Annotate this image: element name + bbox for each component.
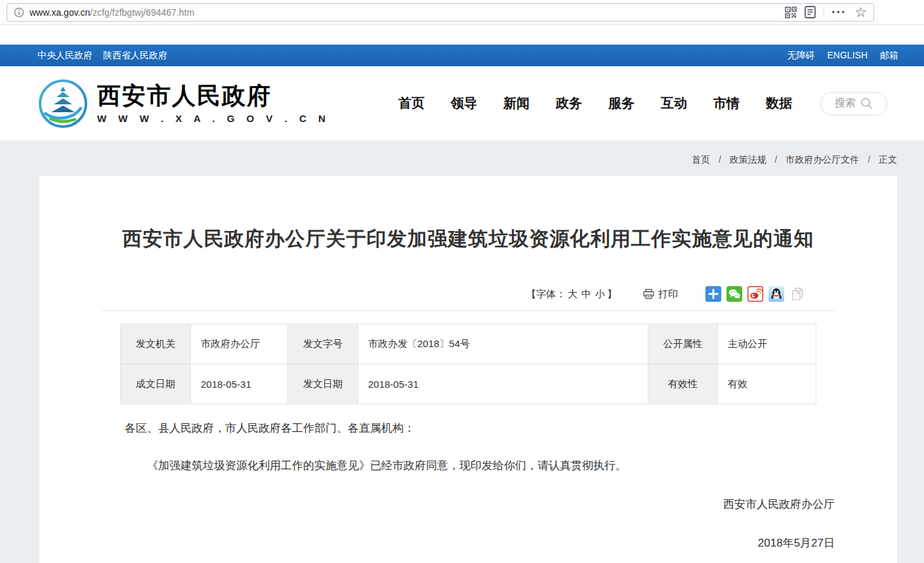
url-host: www.xa.gov.cn (30, 7, 90, 18)
address-bar-separator (824, 7, 824, 18)
url-text: www.xa.gov.cn/zcfg/fzfbgtwj/694467.htm (30, 7, 194, 18)
nav-item-affairs[interactable]: 政务 (556, 94, 582, 112)
site-header: 西安市人民政府 W W W . X A . G O V . C N 首页 领导 … (0, 66, 924, 140)
topbar-link-mailbox[interactable]: 邮箱 (880, 50, 898, 62)
page-background: 首页 / 政策法规 / 市政府办公厅文件 / 正文 西安市人民政府办公厅关于印发… (0, 140, 924, 563)
font-label-suffix: 】 (607, 288, 617, 299)
print-button[interactable]: 打印 (643, 288, 678, 301)
meta-value: 2018-05-31 (358, 364, 648, 404)
nav-item-leaders[interactable]: 领导 (451, 94, 477, 112)
article-toolbar: 【字体：大中小】 打印 (39, 285, 805, 302)
share-icons (705, 286, 805, 302)
info-icon[interactable] (14, 7, 24, 18)
breadcrumb-policies[interactable]: 政策法规 (730, 154, 766, 165)
site-brand[interactable]: 西安市人民政府 W W W . X A . G O V . C N (97, 83, 330, 124)
meta-label: 发文机关 (121, 324, 191, 364)
nav-item-data[interactable]: 数据 (766, 94, 792, 112)
site-domain: W W W . X A . G O V . C N (97, 113, 330, 124)
more-options-icon[interactable]: ••• (832, 7, 847, 17)
font-label-prefix: 【字体： (526, 288, 566, 299)
nav-item-city[interactable]: 市情 (713, 94, 740, 112)
article-paragraph: 各区、县人民政府，市人民政府各工作部门、各直属机构： (125, 421, 835, 435)
article-signature: 西安市人民政府办公厅 (102, 497, 835, 511)
breadcrumb-office-documents[interactable]: 市政府办公厅文件 (786, 154, 859, 165)
article-card: 西安市人民政府办公厅关于印发加强建筑垃圾资源化利用工作实施意见的通知 【字体：大… (39, 176, 897, 563)
article-title: 西安市人民政府办公厅关于印发加强建筑垃圾资源化利用工作实施意见的通知 (39, 176, 897, 253)
meta-label: 公开属性 (648, 324, 718, 364)
gov-links-bar: 中央人民政府 陕西省人民政府 无障碍 ENGLISH 邮箱 (0, 45, 924, 66)
font-size-control: 【字体：大中小】 (526, 288, 617, 301)
main-nav: 首页 领导 新闻 政务 服务 互动 市情 数据 (398, 94, 792, 112)
document-meta-table: 发文机关 市政府办公厅 发文字号 市政办发〔2018〕54号 公开属性 主动公开… (120, 323, 816, 404)
site-name: 西安市人民政府 (97, 83, 330, 109)
breadcrumb-current: 正文 (879, 154, 897, 165)
xa-gov-logo-icon[interactable] (37, 78, 89, 129)
topbar-link-english[interactable]: ENGLISH (828, 50, 868, 62)
breadcrumb: 首页 / 政策法规 / 市政府办公厅文件 / 正文 (39, 140, 897, 176)
nav-item-home[interactable]: 首页 (398, 94, 425, 112)
breadcrumb-separator: / (868, 154, 870, 165)
font-size-small[interactable]: 小 (595, 288, 605, 299)
article-paragraph: 《加强建筑垃圾资源化利用工作的实施意见》已经市政府同意，现印发给你们，请认真贯彻… (125, 459, 835, 472)
breadcrumb-home[interactable]: 首页 (692, 154, 710, 165)
topbar-link-accessibility[interactable]: 无障碍 (788, 50, 815, 62)
meta-value: 市政办发〔2018〕54号 (358, 324, 648, 364)
bookmark-star-icon[interactable]: ☆ (854, 5, 867, 19)
printer-icon (643, 289, 654, 299)
topbar-link-shaanxi-gov[interactable]: 陕西省人民政府 (103, 50, 167, 62)
breadcrumb-separator: / (719, 154, 721, 165)
weibo-icon[interactable] (747, 286, 763, 302)
reader-mode-icon[interactable] (805, 6, 816, 18)
meta-value: 2018-05-31 (191, 364, 288, 404)
meta-label: 有效性 (648, 364, 718, 404)
meta-value: 有效 (718, 364, 816, 404)
search-label: 搜索 (835, 96, 856, 110)
topbar-link-central-gov[interactable]: 中央人民政府 (37, 50, 93, 62)
meta-label: 发文字号 (288, 324, 358, 364)
article-body: 各区、县人民政府，市人民政府各工作部门、各直属机构： 《加强建筑垃圾资源化利用工… (39, 421, 897, 550)
copy-icon[interactable] (789, 286, 805, 302)
meta-label: 发文日期 (288, 364, 358, 404)
meta-label: 成文日期 (121, 364, 191, 404)
share-plus-icon[interactable] (705, 286, 721, 302)
qq-icon[interactable] (768, 286, 784, 302)
search-icon (860, 97, 873, 110)
wechat-icon[interactable] (726, 286, 742, 302)
font-size-medium[interactable]: 中 (581, 288, 591, 299)
meta-value: 市政府办公厅 (191, 324, 288, 364)
page-top-margin (0, 25, 924, 45)
meta-row: 发文机关 市政府办公厅 发文字号 市政办发〔2018〕54号 公开属性 主动公开 (121, 324, 816, 364)
meta-value: 主动公开 (718, 324, 816, 364)
font-size-large[interactable]: 大 (568, 288, 578, 299)
print-label: 打印 (658, 288, 678, 301)
breadcrumb-separator: / (775, 154, 778, 165)
url-path: /zcfg/fzfbgtwj/694467.htm (90, 7, 194, 18)
search-box[interactable]: 搜索 (820, 92, 887, 115)
toolbar-divider (102, 310, 835, 311)
address-bar[interactable]: www.xa.gov.cn/zcfg/fzfbgtwj/694467.htm •… (7, 3, 874, 22)
browser-chrome: www.xa.gov.cn/zcfg/fzfbgtwj/694467.htm •… (0, 0, 924, 25)
qr-code-icon[interactable] (785, 7, 797, 18)
nav-item-news[interactable]: 新闻 (503, 94, 530, 112)
article-date: 2018年5月27日 (102, 536, 835, 550)
nav-item-interact[interactable]: 互动 (661, 94, 687, 112)
meta-row: 成文日期 2018-05-31 发文日期 2018-05-31 有效性 有效 (121, 364, 816, 404)
nav-item-services[interactable]: 服务 (608, 94, 635, 112)
